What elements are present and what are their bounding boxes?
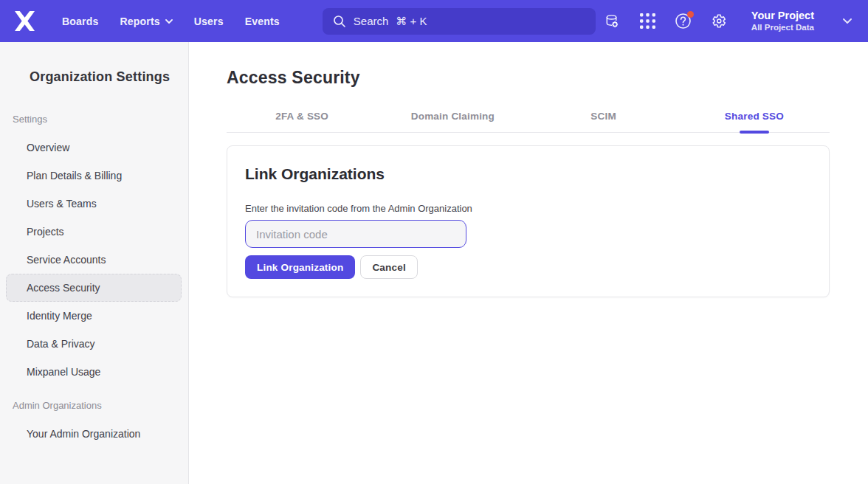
tab-bar: 2FA & SSO Domain Claiming SCIM Shared SS… — [227, 111, 830, 133]
apps-grid-icon[interactable] — [639, 13, 656, 30]
nav-item-reports[interactable]: Reports — [120, 15, 172, 27]
project-name: Your Project — [751, 9, 814, 22]
tab-2fa-sso[interactable]: 2FA & SSO — [227, 111, 377, 132]
invitation-code-input[interactable] — [245, 220, 466, 248]
tab-label: Shared SSO — [725, 111, 784, 122]
link-organizations-card: Link Organizations Enter the invitation … — [227, 145, 830, 297]
cancel-button[interactable]: Cancel — [360, 255, 417, 279]
top-navigation: Boards Reports Users Events Search ⌘ + K — [0, 0, 868, 42]
sidebar-item-your-admin-organization[interactable]: Your Admin Organization — [6, 420, 182, 448]
search-input[interactable]: Search ⌘ + K — [323, 8, 596, 35]
tab-label: SCIM — [590, 111, 616, 122]
sidebar-item-mixpanel-usage[interactable]: Mixpanel Usage — [6, 358, 182, 386]
nav-item-boards[interactable]: Boards — [62, 15, 98, 27]
nav-item-label: Events — [245, 15, 280, 27]
nav-item-label: Reports — [120, 15, 159, 27]
search-placeholder: Search — [354, 15, 389, 28]
project-scope: All Project Data — [751, 22, 814, 33]
page-title: Access Security — [227, 68, 830, 88]
card-actions: Link Organization Cancel — [245, 255, 811, 279]
nav-right-group: Your Project All Project Data — [604, 9, 852, 33]
card-title: Link Organizations — [245, 165, 811, 183]
sidebar-item-service-accounts[interactable]: Service Accounts — [6, 246, 182, 274]
search-icon — [333, 15, 346, 28]
project-chevron-down-icon[interactable] — [843, 18, 852, 24]
tab-domain-claiming[interactable]: Domain Claiming — [377, 111, 528, 132]
nav-item-label: Boards — [62, 15, 98, 27]
nav-item-users[interactable]: Users — [194, 15, 224, 27]
sidebar-settings-list: Overview Plan Details & Billing Users & … — [0, 134, 188, 386]
notification-dot — [687, 11, 694, 18]
sidebar-section-admin-organizations: Admin Organizations — [13, 400, 188, 411]
sidebar-admin-list: Your Admin Organization — [0, 420, 188, 448]
tab-scim[interactable]: SCIM — [528, 111, 679, 132]
mixpanel-logo[interactable] — [15, 11, 35, 31]
project-switcher[interactable]: Your Project All Project Data — [751, 9, 814, 33]
chevron-down-icon — [165, 19, 173, 24]
tab-shared-sso[interactable]: Shared SSO — [679, 111, 830, 132]
sidebar-title: Organization Settings — [30, 69, 188, 85]
sidebar-item-identity-merge[interactable]: Identity Merge — [6, 302, 182, 330]
sidebar-item-data-privacy[interactable]: Data & Privacy — [6, 330, 182, 358]
sidebar-item-plan-details-billing[interactable]: Plan Details & Billing — [6, 162, 182, 190]
nav-item-label: Users — [194, 15, 224, 27]
settings-gear-icon[interactable] — [710, 13, 727, 30]
sidebar-item-users-teams[interactable]: Users & Teams — [6, 190, 182, 218]
sidebar-item-access-security[interactable]: Access Security — [6, 274, 182, 302]
settings-sidebar: Organization Settings Settings Overview … — [0, 42, 189, 484]
main-content: Access Security 2FA & SSO Domain Claimin… — [189, 42, 868, 484]
primary-nav: Boards Reports Users Events — [62, 15, 280, 27]
sidebar-section-settings: Settings — [13, 114, 188, 125]
invitation-code-label: Enter the invitation code from the Admin… — [245, 203, 811, 214]
tab-label: 2FA & SSO — [275, 111, 328, 122]
nav-item-events[interactable]: Events — [245, 15, 280, 27]
sidebar-item-projects[interactable]: Projects — [6, 218, 182, 246]
help-icon[interactable] — [675, 13, 692, 30]
data-management-icon[interactable] — [604, 13, 621, 30]
search-shortcut: ⌘ + K — [396, 15, 427, 28]
active-tab-indicator — [740, 131, 769, 134]
sidebar-item-overview[interactable]: Overview — [6, 134, 182, 162]
link-organization-button[interactable]: Link Organization — [245, 255, 355, 279]
tab-label: Domain Claiming — [411, 111, 495, 122]
